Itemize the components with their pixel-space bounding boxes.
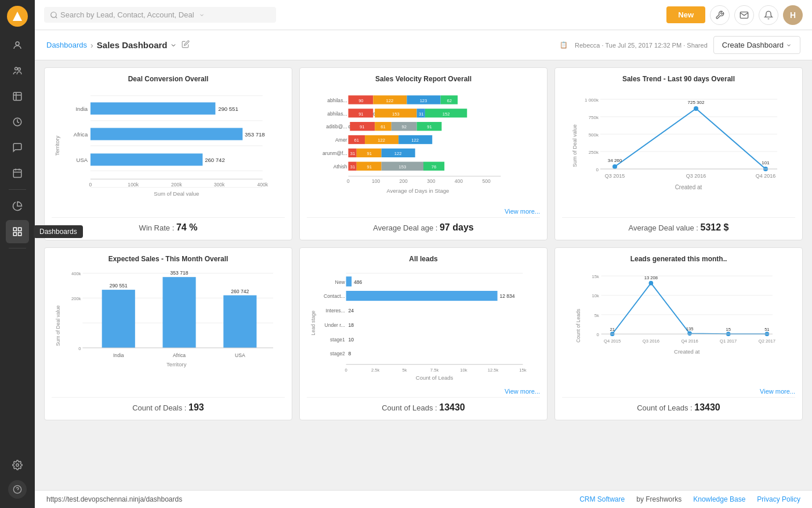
- mail-icon[interactable]: [734, 5, 754, 25]
- svg-text:500: 500: [482, 178, 491, 184]
- breadcrumb-current[interactable]: Sales Dashboard: [97, 40, 177, 50]
- footer: https://test.devopschennai.ninja/dashboa…: [35, 490, 812, 508]
- new-button[interactable]: New: [666, 6, 705, 23]
- svg-text:Africa: Africa: [74, 131, 88, 138]
- svg-text:0: 0: [89, 182, 92, 188]
- search-dropdown-icon[interactable]: [199, 12, 205, 18]
- sidebar-item-dashboards[interactable]: Dashboards: [6, 220, 29, 243]
- svg-text:91: 91: [427, 124, 432, 129]
- svg-rect-8: [13, 170, 21, 178]
- svg-text:62: 62: [447, 98, 452, 103]
- tools-icon[interactable]: [710, 5, 730, 25]
- sidebar-item-chat[interactable]: [6, 136, 29, 159]
- svg-rect-13: [19, 228, 21, 230]
- svg-text:725 302: 725 302: [688, 100, 705, 105]
- svg-text:Q3 2015: Q3 2015: [605, 173, 625, 179]
- card-expected-sales: Expected Sales - This Month Overall Sum …: [44, 247, 292, 420]
- leads-generated-view-more[interactable]: View more...: [562, 388, 795, 395]
- svg-text:India: India: [113, 352, 124, 358]
- svg-line-20: [56, 16, 57, 18]
- svg-text:51: 51: [764, 327, 769, 332]
- svg-text:500k: 500k: [589, 132, 599, 138]
- sales-velocity-view-more[interactable]: View more...: [307, 208, 540, 215]
- svg-text:92: 92: [401, 124, 406, 129]
- svg-point-117: [694, 106, 698, 111]
- create-dropdown-icon: [786, 42, 792, 48]
- footer-links: CRM Software by Freshworks Knowledge Bas…: [579, 495, 800, 503]
- sidebar-item-analytics[interactable]: [6, 194, 29, 218]
- sidebar-item-contacts[interactable]: [6, 34, 29, 57]
- svg-point-16: [16, 464, 19, 467]
- svg-text:153: 153: [398, 164, 406, 170]
- svg-text:Q4 2016: Q4 2016: [681, 338, 698, 344]
- dashboard-grid: Deal Conversion Overall Territory: [44, 67, 803, 420]
- svg-text:1 000k: 1 000k: [585, 98, 599, 103]
- sidebar-item-calendar[interactable]: [6, 161, 29, 185]
- svg-text:200: 200: [400, 178, 408, 184]
- card-leads-generated-chart: Count of Leads 15k 10k 5k 0: [562, 268, 795, 385]
- sidebar-item-users[interactable]: [6, 59, 29, 82]
- all-leads-view-more[interactable]: View more...: [307, 388, 540, 395]
- svg-text:0: 0: [347, 178, 350, 184]
- svg-text:10k: 10k: [460, 368, 467, 373]
- sidebar-item-settings[interactable]: [6, 453, 29, 477]
- svg-rect-151: [346, 291, 498, 301]
- notifications-icon[interactable]: [759, 5, 778, 25]
- svg-text:91: 91: [367, 164, 371, 170]
- svg-text:15k: 15k: [592, 274, 599, 279]
- svg-text:New: New: [335, 279, 346, 285]
- svg-text:abhilas...: abhilas...: [327, 98, 347, 103]
- app-logo[interactable]: [7, 6, 28, 27]
- svg-text:122: 122: [411, 138, 419, 143]
- user-avatar[interactable]: H: [783, 5, 803, 25]
- svg-text:USA: USA: [77, 157, 88, 163]
- card-deal-conversion: Deal Conversion Overall Territory: [44, 67, 292, 240]
- svg-text:Created at: Created at: [675, 184, 702, 190]
- card-all-leads: All leads Lead stage 486 12 834: [299, 247, 548, 420]
- sidebar-divider-1: [9, 189, 26, 190]
- create-dashboard-button[interactable]: Create Dashboard: [713, 36, 800, 54]
- svg-text:353 718: 353 718: [245, 131, 265, 138]
- svg-rect-14: [13, 233, 16, 236]
- sidebar-divider-2: [9, 248, 26, 248]
- svg-point-1: [16, 42, 19, 45]
- card-expected-sales-title: Expected Sales - This Month Overall: [52, 255, 285, 263]
- svg-text:10: 10: [348, 337, 354, 343]
- svg-text:13 208: 13 208: [644, 275, 658, 280]
- svg-text:91: 91: [367, 151, 371, 156]
- svg-text:15k: 15k: [519, 368, 526, 373]
- footer-link-privacy[interactable]: Privacy Policy: [757, 495, 800, 503]
- search-bar[interactable]: Search by Lead, Contact, Account, Deal: [44, 7, 276, 23]
- sidebar-item-help[interactable]: [8, 480, 27, 499]
- svg-text:122: 122: [394, 151, 402, 156]
- footer-url: https://test.devopschennai.ninja/dashboa…: [46, 495, 182, 503]
- svg-text:200k: 200k: [71, 296, 81, 301]
- svg-text:290 551: 290 551: [110, 283, 128, 289]
- svg-text:5k: 5k: [594, 313, 599, 318]
- footer-link-kb[interactable]: Knowledge Base: [693, 495, 745, 503]
- svg-text:300: 300: [427, 178, 436, 184]
- svg-text:stage2: stage2: [330, 351, 345, 356]
- svg-text:21: 21: [610, 327, 614, 332]
- breadcrumb-dashboards[interactable]: Dashboards: [46, 41, 87, 49]
- svg-point-116: [612, 164, 617, 169]
- svg-text:400: 400: [455, 178, 463, 184]
- svg-text:Q1 2017: Q1 2017: [720, 338, 737, 344]
- svg-text:34 260: 34 260: [608, 158, 622, 163]
- svg-text:31: 31: [350, 151, 355, 156]
- svg-rect-27: [90, 102, 215, 114]
- svg-rect-15: [19, 233, 21, 236]
- svg-text:12.5k: 12.5k: [488, 368, 499, 373]
- svg-text:260 742: 260 742: [205, 157, 225, 163]
- footer-link-crm[interactable]: CRM Software: [579, 495, 625, 503]
- sidebar-item-deals[interactable]: [6, 110, 29, 134]
- sidebar-item-reports[interactable]: [6, 85, 29, 108]
- svg-text:Sum of Deal value: Sum of Deal value: [154, 190, 199, 197]
- card-leads-generated-title: Leads generated this month..: [562, 255, 795, 263]
- card-sales-trend-title: Sales Trend - Last 90 days Overall: [562, 75, 795, 83]
- svg-text:Amer: Amer: [335, 137, 347, 143]
- svg-text:Q4 2016: Q4 2016: [756, 173, 776, 179]
- edit-icon[interactable]: [182, 40, 190, 50]
- svg-text:Count of Leads: Count of Leads: [575, 309, 581, 343]
- svg-text:Q3 2016: Q3 2016: [643, 338, 659, 344]
